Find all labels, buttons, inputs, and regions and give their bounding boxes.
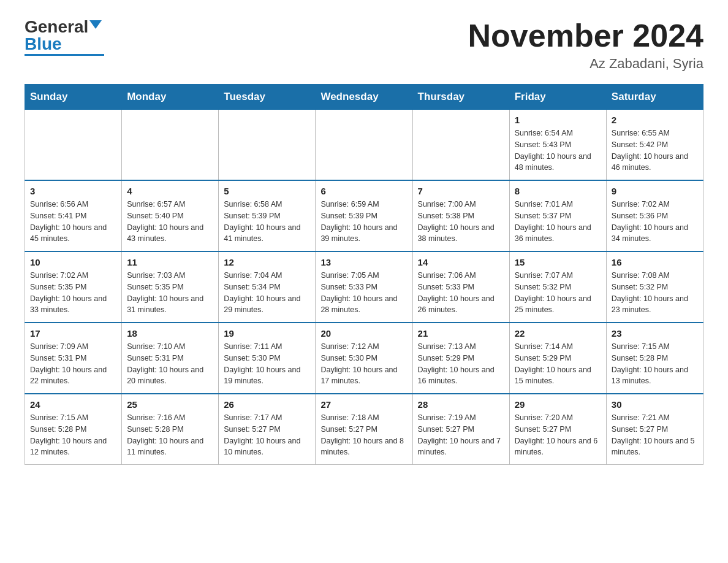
day-number: 22 (515, 328, 601, 339)
day-info: Sunrise: 6:56 AM Sunset: 5:41 PM Dayligh… (30, 199, 116, 245)
day-info: Sunrise: 7:12 AM Sunset: 5:30 PM Dayligh… (320, 341, 407, 387)
day-number: 3 (30, 186, 116, 196)
day-info: Sunrise: 7:06 AM Sunset: 5:33 PM Dayligh… (418, 270, 504, 316)
week-row-3: 10Sunrise: 7:02 AM Sunset: 5:35 PM Dayli… (25, 251, 703, 323)
day-info: Sunrise: 7:20 AM Sunset: 5:27 PM Dayligh… (515, 412, 601, 458)
day-number: 15 (515, 257, 601, 267)
day-info: Sunrise: 7:18 AM Sunset: 5:27 PM Dayligh… (320, 412, 407, 458)
month-title: November 2024 (468, 18, 703, 53)
calendar-cell: 1Sunrise: 6:54 AM Sunset: 5:43 PM Daylig… (509, 110, 606, 181)
day-info: Sunrise: 7:01 AM Sunset: 5:37 PM Dayligh… (515, 199, 601, 245)
calendar-cell: 2Sunrise: 6:55 AM Sunset: 5:42 PM Daylig… (606, 110, 703, 181)
day-info: Sunrise: 7:16 AM Sunset: 5:28 PM Dayligh… (127, 412, 213, 458)
calendar-cell: 18Sunrise: 7:10 AM Sunset: 5:31 PM Dayli… (122, 323, 219, 394)
logo-underline (25, 54, 104, 56)
day-info: Sunrise: 7:04 AM Sunset: 5:34 PM Dayligh… (224, 270, 310, 316)
day-info: Sunrise: 7:14 AM Sunset: 5:29 PM Dayligh… (515, 341, 601, 387)
page-header: General Blue November 2024 Az Zabadani, … (25, 18, 703, 72)
day-number: 1 (515, 115, 601, 125)
day-info: Sunrise: 6:55 AM Sunset: 5:42 PM Dayligh… (612, 128, 698, 174)
day-info: Sunrise: 7:21 AM Sunset: 5:27 PM Dayligh… (612, 412, 698, 458)
calendar-cell (25, 110, 122, 181)
day-number: 16 (612, 257, 698, 267)
day-number: 28 (418, 399, 504, 410)
day-number: 29 (515, 399, 601, 410)
day-number: 27 (320, 399, 407, 410)
day-number: 7 (418, 186, 504, 196)
day-info: Sunrise: 6:59 AM Sunset: 5:39 PM Dayligh… (320, 199, 407, 245)
day-number: 13 (320, 257, 407, 267)
calendar-cell: 23Sunrise: 7:15 AM Sunset: 5:28 PM Dayli… (606, 323, 703, 394)
day-number: 19 (224, 328, 310, 339)
calendar-cell: 25Sunrise: 7:16 AM Sunset: 5:28 PM Dayli… (122, 394, 219, 465)
calendar-cell: 27Sunrise: 7:18 AM Sunset: 5:27 PM Dayli… (316, 394, 412, 465)
day-info: Sunrise: 7:10 AM Sunset: 5:31 PM Dayligh… (127, 341, 213, 387)
calendar-cell: 26Sunrise: 7:17 AM Sunset: 5:27 PM Dayli… (219, 394, 316, 465)
calendar-cell: 15Sunrise: 7:07 AM Sunset: 5:32 PM Dayli… (509, 251, 606, 323)
day-info: Sunrise: 7:11 AM Sunset: 5:30 PM Dayligh… (224, 341, 310, 387)
calendar-cell: 21Sunrise: 7:13 AM Sunset: 5:29 PM Dayli… (412, 323, 509, 394)
day-number: 12 (224, 257, 310, 267)
day-number: 20 (320, 328, 407, 339)
calendar-cell: 28Sunrise: 7:19 AM Sunset: 5:27 PM Dayli… (412, 394, 509, 465)
calendar-cell: 17Sunrise: 7:09 AM Sunset: 5:31 PM Dayli… (25, 323, 122, 394)
day-number: 24 (30, 399, 116, 410)
calendar-cell: 20Sunrise: 7:12 AM Sunset: 5:30 PM Dayli… (316, 323, 412, 394)
day-number: 4 (127, 186, 213, 196)
calendar-cell: 4Sunrise: 6:57 AM Sunset: 5:40 PM Daylig… (122, 180, 219, 251)
calendar-cell: 13Sunrise: 7:05 AM Sunset: 5:33 PM Dayli… (316, 251, 412, 323)
day-number: 26 (224, 399, 310, 410)
calendar-cell: 30Sunrise: 7:21 AM Sunset: 5:27 PM Dayli… (606, 394, 703, 465)
day-number: 17 (30, 328, 116, 339)
day-info: Sunrise: 6:57 AM Sunset: 5:40 PM Dayligh… (127, 199, 213, 245)
week-row-4: 17Sunrise: 7:09 AM Sunset: 5:31 PM Dayli… (25, 323, 703, 394)
weekday-header-tuesday: Tuesday (219, 85, 316, 110)
day-info: Sunrise: 7:02 AM Sunset: 5:36 PM Dayligh… (612, 199, 698, 245)
day-info: Sunrise: 7:17 AM Sunset: 5:27 PM Dayligh… (224, 412, 310, 458)
week-row-1: 1Sunrise: 6:54 AM Sunset: 5:43 PM Daylig… (25, 110, 703, 181)
calendar-table: SundayMondayTuesdayWednesdayThursdayFrid… (25, 84, 703, 465)
calendar-cell: 16Sunrise: 7:08 AM Sunset: 5:32 PM Dayli… (606, 251, 703, 323)
calendar-cell: 11Sunrise: 7:03 AM Sunset: 5:35 PM Dayli… (122, 251, 219, 323)
weekday-header-sunday: Sunday (25, 85, 122, 110)
week-row-2: 3Sunrise: 6:56 AM Sunset: 5:41 PM Daylig… (25, 180, 703, 251)
title-block: November 2024 Az Zabadani, Syria (468, 18, 703, 72)
calendar-cell: 12Sunrise: 7:04 AM Sunset: 5:34 PM Dayli… (219, 251, 316, 323)
calendar-cell: 24Sunrise: 7:15 AM Sunset: 5:28 PM Dayli… (25, 394, 122, 465)
calendar-cell (122, 110, 219, 181)
logo-triangle-icon (89, 20, 102, 29)
calendar-cell: 7Sunrise: 7:00 AM Sunset: 5:38 PM Daylig… (412, 180, 509, 251)
logo-blue-text: Blue (25, 36, 62, 53)
day-info: Sunrise: 7:05 AM Sunset: 5:33 PM Dayligh… (320, 270, 407, 316)
calendar-cell: 8Sunrise: 7:01 AM Sunset: 5:37 PM Daylig… (509, 180, 606, 251)
calendar-cell (219, 110, 316, 181)
day-number: 2 (612, 115, 698, 125)
calendar-cell: 14Sunrise: 7:06 AM Sunset: 5:33 PM Dayli… (412, 251, 509, 323)
calendar-cell: 5Sunrise: 6:58 AM Sunset: 5:39 PM Daylig… (219, 180, 316, 251)
weekday-header-monday: Monday (122, 85, 219, 110)
day-info: Sunrise: 7:15 AM Sunset: 5:28 PM Dayligh… (612, 341, 698, 387)
day-info: Sunrise: 7:03 AM Sunset: 5:35 PM Dayligh… (127, 270, 213, 316)
calendar-cell (316, 110, 412, 181)
day-info: Sunrise: 6:54 AM Sunset: 5:43 PM Dayligh… (515, 128, 601, 174)
calendar-cell (412, 110, 509, 181)
day-info: Sunrise: 6:58 AM Sunset: 5:39 PM Dayligh… (224, 199, 310, 245)
day-number: 21 (418, 328, 504, 339)
calendar-cell: 22Sunrise: 7:14 AM Sunset: 5:29 PM Dayli… (509, 323, 606, 394)
day-info: Sunrise: 7:08 AM Sunset: 5:32 PM Dayligh… (612, 270, 698, 316)
day-number: 11 (127, 257, 213, 267)
calendar-cell: 10Sunrise: 7:02 AM Sunset: 5:35 PM Dayli… (25, 251, 122, 323)
day-info: Sunrise: 7:19 AM Sunset: 5:27 PM Dayligh… (418, 412, 504, 458)
day-info: Sunrise: 7:00 AM Sunset: 5:38 PM Dayligh… (418, 199, 504, 245)
day-number: 10 (30, 257, 116, 267)
location-title: Az Zabadani, Syria (468, 56, 703, 72)
calendar-cell: 9Sunrise: 7:02 AM Sunset: 5:36 PM Daylig… (606, 180, 703, 251)
day-number: 14 (418, 257, 504, 267)
weekday-header-row: SundayMondayTuesdayWednesdayThursdayFrid… (25, 85, 703, 110)
day-info: Sunrise: 7:09 AM Sunset: 5:31 PM Dayligh… (30, 341, 116, 387)
weekday-header-saturday: Saturday (606, 85, 703, 110)
weekday-header-friday: Friday (509, 85, 606, 110)
calendar-cell: 29Sunrise: 7:20 AM Sunset: 5:27 PM Dayli… (509, 394, 606, 465)
day-number: 23 (612, 328, 698, 339)
day-number: 18 (127, 328, 213, 339)
